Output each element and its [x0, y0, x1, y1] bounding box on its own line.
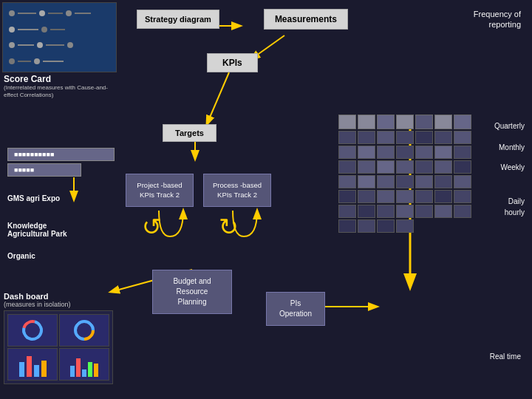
squiggle-row-1: ■■■■■■■■■■	[14, 151, 54, 158]
right-grid-section	[338, 115, 482, 234]
organic-label: Organic	[7, 251, 35, 260]
circular-arrow-left: ↺	[142, 213, 162, 241]
dash-panel-4	[59, 348, 109, 381]
dashboard-subtitle: (measures in isolation)	[4, 301, 113, 308]
process-kpis-box: Process -based KPIs Track 2	[203, 174, 271, 207]
freq-labels-section: Quarterly Monthly Weekly Daily hourly	[494, 122, 525, 216]
project-kpis-box: Project -based KPIs Track 2	[126, 174, 194, 207]
hourly-label: hourly	[494, 208, 525, 216]
score-card-section: Score Card (Interrelated measures with C…	[4, 74, 115, 98]
main-container: Strategy diagram Measurements Frequency …	[0, 0, 532, 399]
circular-arrow-right: ↻	[219, 213, 239, 241]
pis-operation-box: PIs Operation	[266, 292, 325, 326]
squiggle-section: ■■■■■■■■■■ ■■■■■	[7, 148, 115, 177]
targets-label: Targets	[175, 129, 204, 137]
weekly-label: Weekly	[494, 163, 525, 171]
pis-operation-label: PIs Operation	[279, 299, 312, 318]
dashboard-title: Dash board	[4, 292, 113, 301]
monthly-label: Monthly	[494, 143, 525, 151]
measurements-box: Measurements	[264, 9, 348, 30]
targets-section: Targets	[163, 124, 216, 142]
targets-box: Targets	[163, 124, 216, 142]
budget-planning-label: Budget and Resource Planning	[173, 277, 211, 306]
daily-label: Daily	[494, 197, 525, 205]
project-kpis-label: Project -based KPIs Track 2	[137, 181, 182, 199]
freq-reporting-label: Frequency of reporting	[474, 9, 521, 29]
gms-agri-expo-label: GMS agri Expo	[7, 194, 60, 202]
score-card-title: Score Card	[4, 74, 115, 84]
svg-line-2	[207, 72, 229, 124]
measurements-label: Measurements	[275, 14, 337, 24]
kpis-section: KPIs	[207, 53, 258, 72]
squiggle-row-2: ■■■■■	[14, 166, 34, 174]
dashboard-section: Dash board (measures in isolation)	[4, 292, 113, 384]
thumbnail-image	[2, 2, 117, 72]
strategy-diagram-box: Strategy diagram	[137, 10, 219, 29]
knowledge-agri-park-label: Knowledge Agricultural Park	[7, 222, 67, 238]
reporting-label: reporting	[474, 20, 521, 29]
dash-panel-2	[59, 314, 109, 347]
dash-panel-3	[7, 348, 58, 381]
strategy-label: Strategy diagram	[145, 15, 211, 24]
quarterly-label: Quarterly	[494, 122, 525, 130]
score-card-subtitle: (Interrelated measures with Cause-and-ef…	[4, 84, 115, 98]
kpis-label: KPIs	[222, 58, 242, 68]
kpis-box: KPIs	[207, 53, 258, 72]
dashboard-panels	[4, 310, 113, 384]
process-kpis-label: Process -based KPIs Track 2	[213, 181, 262, 199]
realtime-label: Real time	[490, 352, 521, 361]
budget-planning-box: Budget and Resource Planning	[152, 270, 232, 314]
dash-panel-1	[7, 314, 58, 347]
